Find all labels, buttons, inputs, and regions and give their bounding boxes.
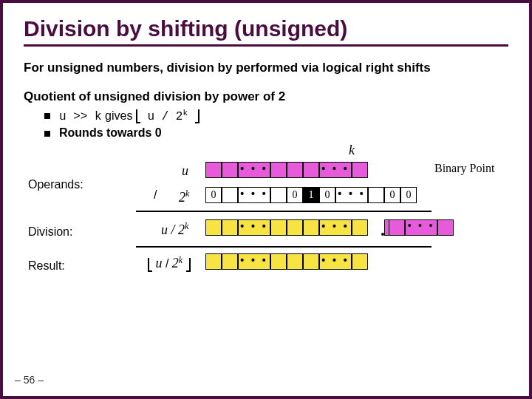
page-number: – 56 –: [15, 374, 44, 386]
floor-right-icon: [195, 109, 200, 123]
result-label: Result:: [28, 259, 65, 273]
bullet2-text: Rounds towards 0: [59, 126, 162, 140]
intro-text: For unsigned numbers, division by perfor…: [24, 60, 497, 76]
floor-u-over-2k: u / 2k: [148, 255, 191, 271]
two-k-row: 0 • • • 0 1 0 • • • 0 0: [205, 187, 417, 203]
diagram: k Binary Point Operands: Division: Resul…: [24, 146, 508, 316]
k-label: k: [349, 143, 355, 158]
slide-title: Division by shifting (unsigned): [24, 16, 508, 41]
u-row: • • • • • •: [205, 162, 368, 178]
division-bar: [136, 211, 432, 212]
subhead: Quotient of unsigned division by power o…: [24, 89, 508, 104]
bullet-square-icon: [44, 113, 50, 119]
u-over-2k-label: u / 2k: [161, 221, 188, 238]
floor-left-icon: [136, 109, 140, 123]
bullet1-code: u >> k: [59, 110, 102, 123]
operands-label: Operands:: [28, 178, 83, 191]
title-rule: [24, 44, 508, 47]
bullet-1: u >> k gives u / 2k: [44, 109, 508, 123]
fraction-row: • • •: [384, 219, 454, 236]
result-row: • • • • • •: [205, 253, 368, 270]
result-bar: [136, 246, 432, 248]
division-label: Division:: [28, 225, 72, 239]
u-label: u: [182, 163, 188, 179]
bullet-2: Rounds towards 0: [44, 126, 508, 140]
bullet1-mid: gives: [102, 109, 136, 122]
bullet-square-icon: [44, 131, 50, 137]
slash-label: /: [154, 188, 157, 202]
bullet1-expr: u / 2: [140, 110, 183, 123]
binary-point-label: Binary Point: [434, 162, 494, 175]
two-k-denom: 2k: [179, 188, 189, 205]
division-row: • • • • • •: [205, 219, 368, 236]
